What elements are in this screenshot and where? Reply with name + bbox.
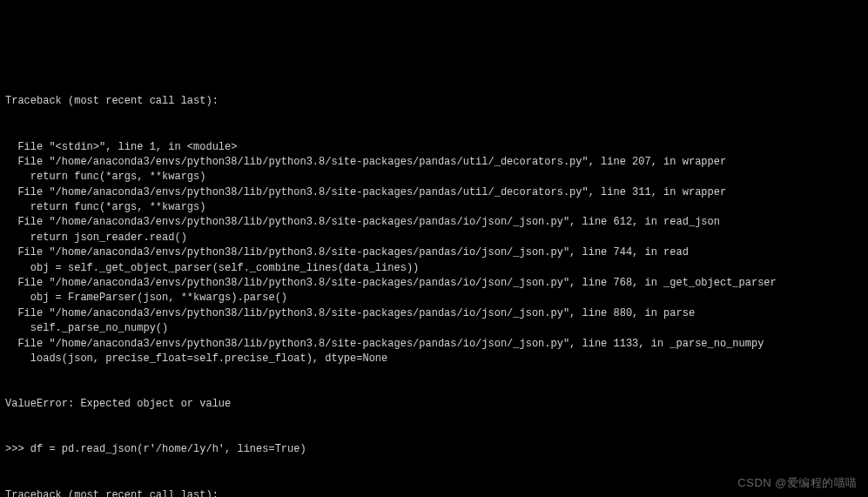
traceback-file-line: File "/home/anaconda3/envs/python38/lib/… xyxy=(5,337,863,352)
traceback-file-line: File "/home/anaconda3/envs/python38/lib/… xyxy=(5,215,863,230)
traceback-file-line: File "/home/anaconda3/envs/python38/lib/… xyxy=(5,245,863,260)
traceback-file-line: File "/home/anaconda3/envs/python38/lib/… xyxy=(5,155,863,170)
traceback-frames-1: File "<stdin>", line 1, in <module> File… xyxy=(5,140,863,367)
traceback-code-line: return func(*args, **kwargs) xyxy=(5,200,863,215)
traceback-code-line: return json_reader.read() xyxy=(5,231,863,245)
traceback-header: Traceback (most recent call last): xyxy=(5,94,863,109)
traceback-file-line: File "/home/anaconda3/envs/python38/lib/… xyxy=(5,276,863,291)
traceback-code-line: self._parse_no_numpy() xyxy=(5,321,863,336)
error-line: ValueError: Expected object or value xyxy=(5,397,863,412)
traceback-header: Traceback (most recent call last): xyxy=(5,488,863,498)
watermark-text: CSDN @爱编程的喵喵 xyxy=(737,475,858,492)
terminal-output[interactable]: Traceback (most recent call last): File … xyxy=(5,64,863,497)
traceback-code-line: obj = FrameParser(json, **kwargs).parse(… xyxy=(5,291,863,306)
traceback-code-line: loads(json, precise_float=self.precise_f… xyxy=(5,352,863,366)
traceback-file-line: File "/home/anaconda3/envs/python38/lib/… xyxy=(5,306,863,321)
traceback-file-line: File "/home/anaconda3/envs/python38/lib/… xyxy=(5,185,863,200)
traceback-code-line: obj = self._get_object_parser(self._comb… xyxy=(5,261,863,276)
repl-prompt-line: >>> df = pd.read_json(r'/home/ly/h', lin… xyxy=(5,442,863,457)
traceback-file-line: File "<stdin>", line 1, in <module> xyxy=(5,140,863,155)
traceback-code-line: return func(*args, **kwargs) xyxy=(5,170,863,185)
